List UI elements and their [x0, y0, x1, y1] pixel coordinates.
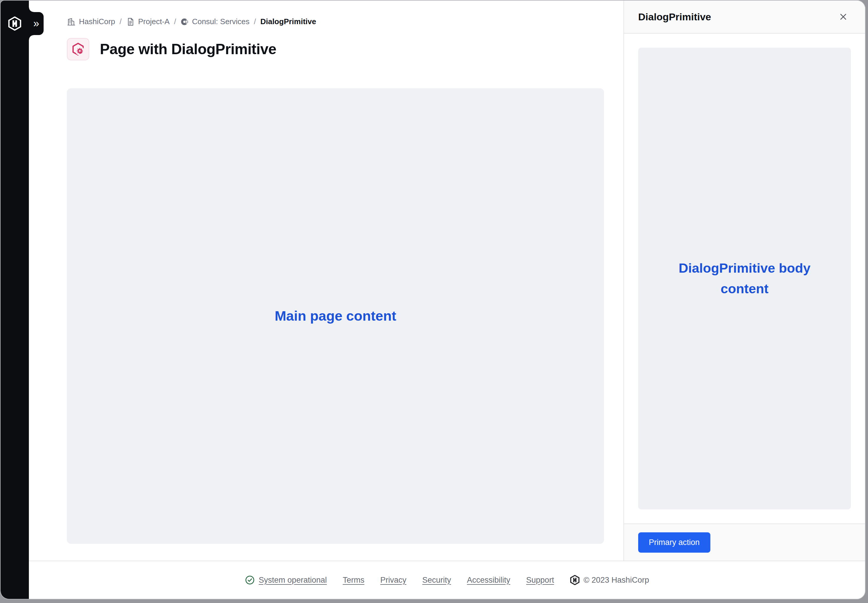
- breadcrumb-separator: /: [174, 17, 176, 26]
- consul-logo-icon: [181, 18, 189, 26]
- footer-link-terms[interactable]: Terms: [343, 576, 364, 585]
- hashicorp-logo-icon: [570, 575, 580, 585]
- content-row: HashiCorp / Project-A /: [29, 1, 865, 561]
- page-header: Page with DialogPrimitive: [67, 38, 604, 60]
- dialog-body: DialogPrimitive body content: [624, 34, 865, 524]
- page-title: Page with DialogPrimitive: [100, 41, 276, 58]
- breadcrumb-item-hashicorp[interactable]: HashiCorp: [67, 17, 115, 26]
- consul-gear-hexagon-icon: [67, 38, 89, 60]
- project-doc-icon: [126, 17, 135, 26]
- close-x-icon: [838, 12, 848, 22]
- footer-link-privacy[interactable]: Privacy: [380, 576, 407, 585]
- main-content-text: Main page content: [274, 305, 396, 327]
- sidebar: »: [1, 1, 29, 599]
- breadcrumb-item-project[interactable]: Project-A: [126, 17, 170, 26]
- main-area: HashiCorp / Project-A /: [29, 1, 623, 561]
- dialog-title: DialogPrimitive: [638, 11, 836, 23]
- breadcrumb-label: Project-A: [138, 17, 170, 26]
- breadcrumb-separator: /: [119, 17, 122, 26]
- system-status-link[interactable]: System operational: [245, 575, 327, 585]
- chevrons-right-icon: »: [33, 17, 39, 30]
- dialog-close-button[interactable]: [836, 10, 850, 24]
- status-label: System operational: [259, 576, 327, 585]
- dialog-body-text: DialogPrimitive body content: [671, 258, 818, 299]
- app-footer: System operational Terms Privacy Securit…: [29, 561, 865, 599]
- breadcrumb: HashiCorp / Project-A /: [67, 17, 604, 26]
- content-column: HashiCorp / Project-A /: [29, 1, 865, 599]
- breadcrumb-label: Consul: Services: [192, 17, 250, 26]
- footer-link-accessibility[interactable]: Accessibility: [467, 576, 510, 585]
- dialog-header: DialogPrimitive: [624, 1, 865, 34]
- breadcrumb-label: HashiCorp: [79, 17, 115, 26]
- footer-copyright: © 2023 HashiCorp: [570, 575, 649, 585]
- main-content-placeholder: Main page content: [67, 88, 604, 544]
- hashicorp-logo-icon[interactable]: [8, 17, 22, 31]
- check-circle-icon: [245, 575, 255, 585]
- copyright-text: © 2023 HashiCorp: [583, 576, 649, 585]
- app-window: » HashiCorp: [0, 0, 866, 600]
- breadcrumb-item-consul-services[interactable]: Consul: Services: [181, 17, 250, 26]
- breadcrumb-item-current: DialogPrimitive: [260, 17, 316, 26]
- sidebar-expand-button[interactable]: »: [29, 12, 43, 35]
- footer-link-security[interactable]: Security: [422, 576, 451, 585]
- dialog-panel: DialogPrimitive DialogPrimitive body con…: [623, 1, 865, 561]
- org-building-icon: [67, 17, 76, 26]
- dialog-footer: Primary action: [624, 524, 865, 561]
- dialog-body-placeholder: DialogPrimitive body content: [638, 48, 851, 509]
- footer-link-support[interactable]: Support: [526, 576, 554, 585]
- breadcrumb-separator: /: [254, 17, 256, 26]
- primary-action-button[interactable]: Primary action: [638, 532, 710, 553]
